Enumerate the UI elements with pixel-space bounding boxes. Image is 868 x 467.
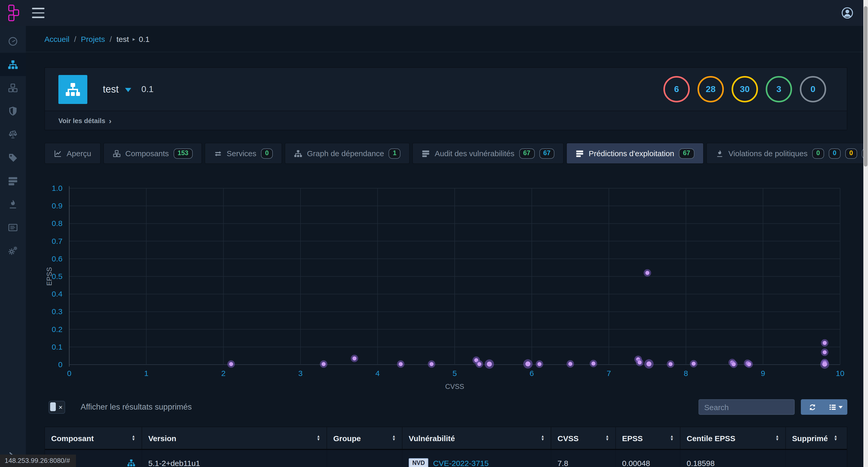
sidebar-item-policy-violations[interactable] [0, 193, 26, 216]
sidebar-item-dashboard[interactable] [0, 29, 26, 53]
x-tick-label: 0 [67, 369, 71, 378]
table-body: bash5.1-2+deb11u1NVDCVE-2022-37157.80.00… [45, 450, 847, 467]
gauge-icon [8, 36, 18, 46]
sidebar-item-administration[interactable] [0, 239, 26, 262]
tab-violations-de-politiques[interactable]: Violations de politiques0000 [706, 143, 868, 164]
x-tick-label: 9 [761, 369, 765, 378]
search-input[interactable] [699, 399, 795, 415]
sort-icon[interactable]: ▲▼ [312, 435, 320, 441]
breadcrumb-link-projets[interactable]: Projets [81, 34, 105, 43]
sidebar-item-vulnerabilities[interactable] [0, 99, 26, 123]
project-title[interactable]: test 0.1 [103, 84, 154, 95]
severity-counter-high[interactable]: 28 [698, 76, 724, 103]
column-header-component[interactable]: Composant▲▼ [45, 427, 142, 449]
sort-icon[interactable]: ▲▼ [601, 435, 609, 441]
cell-version: 5.1-2+deb11u1 [142, 450, 327, 467]
tab-label: Aperçu [67, 149, 91, 158]
shield-icon [8, 106, 18, 116]
sidebar-item-projects[interactable] [0, 53, 26, 76]
column-label: Centile EPSS [687, 434, 735, 442]
exchange-icon [214, 149, 222, 157]
menu-toggle-button[interactable] [32, 8, 44, 18]
scatter-point-core [477, 362, 482, 366]
column-header-cvss[interactable]: CVSS▲▼ [551, 427, 616, 449]
app-logo-icon[interactable] [6, 3, 27, 24]
x-tick-label: 1 [144, 369, 149, 378]
breadcrumb-current: test [117, 34, 129, 43]
severity-count: 0 [811, 84, 815, 94]
cubes-icon [8, 83, 18, 93]
sort-icon[interactable]: ▲▼ [830, 435, 838, 441]
column-label: Vulnérabilité [409, 434, 455, 442]
tab-label: Audit des vulnérabilités [435, 149, 515, 158]
sidebar-item-components[interactable] [0, 76, 26, 99]
column-header-group[interactable]: Groupe▲▼ [327, 427, 402, 449]
severity-counters: 6283030 [663, 76, 826, 103]
tab-composants[interactable]: Composants153 [103, 143, 202, 164]
y-tick-label: 0.2 [52, 325, 63, 333]
breadcrumb-separator: / [110, 34, 112, 43]
chevron-down-icon[interactable] [125, 88, 131, 92]
refresh-button[interactable] [801, 399, 824, 415]
sidebar-item-tags[interactable] [0, 146, 26, 169]
y-tick-label: 0.9 [52, 201, 63, 210]
server-icon [576, 149, 584, 157]
column-header-suppressed[interactable]: Supprimé▲▼ [786, 427, 844, 449]
tab-audit-des-vuln-rabilit-s[interactable]: Audit des vulnérabilités6767 [412, 143, 564, 164]
flame-icon [716, 149, 724, 157]
tab-count-badge: 67 [539, 148, 555, 158]
tab-services[interactable]: Services0 [204, 143, 282, 164]
user-avatar-button[interactable] [841, 7, 854, 19]
vulnerability-link[interactable]: CVE-2022-3715 [433, 459, 489, 467]
sort-icon[interactable]: ▲▼ [771, 435, 779, 441]
x-tick-label: 4 [375, 369, 380, 378]
page-scrollbar[interactable] [863, 0, 868, 467]
cell-group [327, 450, 402, 467]
severity-counter-critical[interactable]: 6 [663, 76, 690, 103]
sort-icon[interactable]: ▲▼ [666, 435, 674, 441]
sidebar-item-policy-management[interactable] [0, 216, 26, 239]
severity-count: 30 [740, 84, 750, 94]
breadcrumb-version-separator-icon: ▸ [132, 36, 135, 41]
breadcrumb-separator: / [74, 34, 76, 43]
scale-icon [8, 129, 18, 139]
cell-value: 0.00048 [622, 459, 650, 467]
severity-counter-low[interactable]: 3 [766, 76, 792, 103]
scatter-point-core [747, 362, 751, 367]
sidebar-item-licenses[interactable] [0, 123, 26, 146]
column-label: EPSS [622, 434, 643, 442]
sort-icon[interactable]: ▲▼ [388, 435, 396, 441]
tab-graph-de-d-pendance[interactable]: Graph de dépendance1 [285, 143, 410, 164]
scatter-point-core [638, 360, 642, 364]
view-details-link[interactable]: Voir les détails › [45, 111, 847, 130]
column-header-version[interactable]: Version▲▼ [142, 427, 327, 449]
tab-pr-dictions-d-exploitation[interactable]: Prédictions d'exploitation67 [566, 143, 704, 164]
sort-icon[interactable]: ▲▼ [536, 435, 545, 441]
sidebar-item-vulnerability-audit[interactable] [0, 169, 26, 193]
tab-label: Composants [125, 149, 169, 158]
tab-label: Violations de politiques [728, 149, 808, 158]
column-header-vulnerability[interactable]: Vulnérabilité▲▼ [402, 427, 551, 449]
table-buttons [801, 399, 847, 415]
status-url-tooltip: 148.253.99.26:8080/# [0, 455, 76, 467]
tab-aper-u[interactable]: Aperçu [44, 143, 100, 164]
severity-counter-medium[interactable]: 30 [732, 76, 758, 103]
tab-bar: AperçuComposants153Services0Graph de dép… [44, 143, 847, 164]
scatter-point-core [430, 362, 434, 366]
column-label: Supprimé [792, 434, 828, 442]
severity-count: 3 [777, 84, 781, 94]
project-type-tile[interactable] [58, 75, 87, 104]
breadcrumb-link-accueil[interactable]: Accueil [44, 34, 69, 43]
sort-icon[interactable]: ▲▼ [127, 435, 135, 441]
show-suppressed-toggle[interactable]: × [49, 401, 65, 413]
scatter-point-core [525, 361, 531, 367]
sitemap-icon[interactable] [127, 459, 135, 467]
columns-button[interactable] [824, 399, 847, 415]
severity-counter-unassigned[interactable]: 0 [800, 76, 826, 103]
sitemap-icon [8, 59, 18, 69]
column-header-epss_percentile[interactable]: Centile EPSS▲▼ [680, 427, 786, 449]
column-header-epss[interactable]: EPSS▲▼ [616, 427, 680, 449]
scatter-point-core [322, 362, 326, 366]
cell-value: 7.8 [557, 459, 568, 467]
scrollbar-thumb[interactable] [864, 6, 867, 167]
